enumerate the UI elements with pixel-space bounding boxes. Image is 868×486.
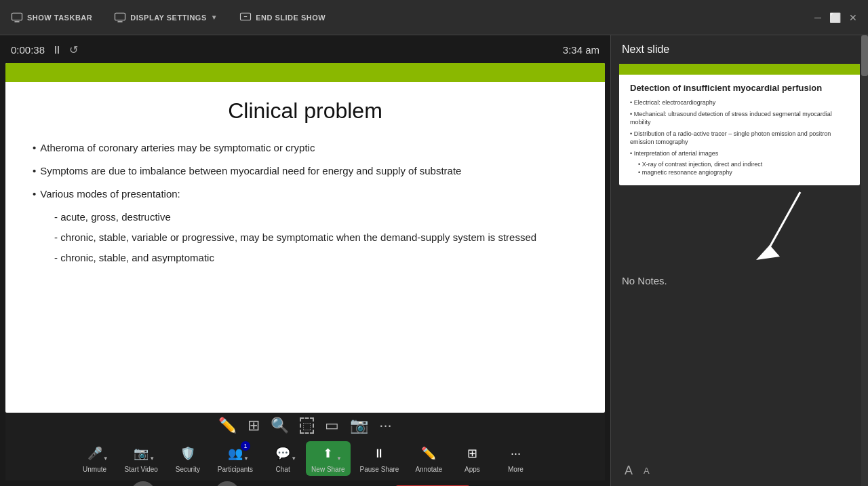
zoom-toolbar: ✏️ ⊞ 🔍 ⬚ ▭ 📷 ···	[205, 413, 405, 438]
top-toolbar: SHOW TASKBAR DISPLAY SETTINGS ▼ END SLID…	[0, 0, 868, 35]
preview-bullet-1: • Electrical: electrocardiography	[630, 98, 849, 107]
bottom-controls: ✏️ ⊞ 🔍 ⬚ ▭ 📷 ··· 🎤 ▼ Unmute	[5, 413, 605, 481]
screen-sharing-bar: ⬤ You are screen sharing 🎙️ ⬛ Stop Share	[256, 481, 479, 486]
decrease-text-button[interactable]: A	[641, 463, 652, 479]
pencil-icon[interactable]: ✏️	[218, 417, 237, 434]
timer-controls: 0:00:38 ⏸ ↺	[11, 43, 78, 56]
unmute-chevron: ▼	[103, 455, 108, 462]
notes-text: No Notes.	[622, 275, 667, 286]
security-label: Security	[176, 466, 200, 473]
scrollbar-thumb[interactable]	[861, 35, 868, 76]
close-button[interactable]: ✕	[849, 12, 857, 23]
increase-text-button[interactable]: A	[622, 461, 635, 481]
meeting-toolbar: 🎤 ▼ Unmute 📷 ▼ Start Video 🛡️ Security	[75, 438, 536, 479]
preview-bullet-4: • Interpretation of arterial images	[630, 149, 849, 158]
end-slide-show-button[interactable]: END SLIDE SHOW	[239, 12, 326, 24]
pause-share-button[interactable]: ⏸ Pause Share	[353, 441, 406, 476]
svg-rect-1	[14, 21, 20, 22]
participants-chevron: ▼	[243, 455, 249, 462]
slide-sub-2: - chronic, stable, variable or progressi…	[54, 229, 578, 246]
restart-timer-icon[interactable]: ↺	[69, 43, 78, 56]
preview-bullet-2: • Mechanical: ultrasound detection of st…	[630, 110, 849, 127]
svg-marker-7	[756, 245, 780, 260]
apps-label: Apps	[465, 466, 480, 473]
security-icon: 🛡️	[178, 444, 197, 463]
next-slide-button[interactable]: ▶	[215, 481, 239, 486]
chat-icon: 💬 ▼	[273, 444, 292, 463]
slide-sub-3: - chronic, stable, and asymptomatic	[54, 250, 578, 266]
new-share-icon: ⬆ ▼	[319, 444, 338, 463]
camera-icon[interactable]: 📷	[350, 417, 368, 434]
slide-bullet-2: • Symptoms are due to imbalance between …	[33, 163, 578, 179]
notes-section: No Notes.	[611, 267, 868, 455]
participants-icon: 👥 1 ▼	[226, 444, 245, 463]
apps-icon: ⊞	[462, 444, 481, 463]
unmute-button[interactable]: 🎤 ▼ Unmute	[75, 441, 115, 476]
new-share-label: New Share	[311, 466, 344, 473]
minimize-button[interactable]: ─	[814, 12, 821, 23]
svg-rect-3	[117, 21, 123, 22]
pause-share-label: Pause Share	[360, 466, 399, 473]
start-video-icon: 📷 ▼	[132, 444, 151, 463]
video-chevron: ▼	[149, 455, 155, 462]
slide-bullet-3: • Various modes of presentation:	[33, 186, 578, 202]
chat-chevron: ▼	[291, 455, 296, 462]
copy-slides-icon[interactable]: ⊞	[248, 417, 260, 434]
search-icon[interactable]: 🔍	[271, 417, 289, 434]
slide-body: • Atheroma of coronary arteries may be s…	[33, 140, 578, 266]
new-share-button[interactable]: ⬆ ▼ New Share	[306, 441, 350, 476]
right-panel-inner: Next slide Detection of insufficient myo…	[611, 35, 868, 486]
rectangle-icon[interactable]: ▭	[325, 417, 339, 434]
participants-count: 1	[241, 441, 250, 451]
chat-button[interactable]: 💬 ▼ Chat	[262, 441, 303, 476]
preview-title: Detection of insufficient myocardial per…	[630, 83, 849, 93]
scrollbar-track[interactable]	[861, 35, 868, 486]
dots-icon[interactable]: ···	[379, 417, 391, 434]
display-settings-button[interactable]: DISPLAY SETTINGS ▼	[114, 12, 218, 24]
prev-slide-button[interactable]: ◀	[131, 481, 155, 486]
participants-label: Participants	[218, 466, 253, 473]
slide-sub-1: - acute, gross, destructive	[54, 209, 578, 225]
arrow-annotation	[746, 185, 827, 267]
more-label: More	[508, 466, 524, 473]
participants-button[interactable]: 👥 1 ▼ Participants	[211, 441, 260, 476]
svg-rect-0	[12, 13, 22, 20]
slide-nav: ◀ Slide 3 of 19 ▶	[131, 481, 239, 486]
chat-label: Chat	[276, 466, 290, 473]
arrow-container	[611, 185, 868, 267]
show-taskbar-button[interactable]: SHOW TASKBAR	[11, 12, 92, 24]
next-slide-header: Next slide	[611, 35, 868, 64]
slide-container: Clinical problem • Atheroma of coronary …	[5, 63, 605, 413]
window-controls: ─ ⬜ ✕	[814, 12, 857, 23]
security-button[interactable]: 🛡️ Security	[167, 441, 208, 476]
slide-bullet-1: • Atheroma of coronary arteries may be s…	[33, 140, 578, 156]
next-slide-preview: Detection of insufficient myocardial per…	[619, 64, 860, 185]
annotate-button[interactable]: ✏️ Annotate	[408, 441, 449, 476]
svg-rect-2	[115, 13, 125, 20]
bottom-right-controls: A A	[611, 455, 868, 486]
preview-content: Detection of insufficient myocardial per…	[619, 75, 860, 185]
new-share-chevron: ▼	[336, 455, 342, 462]
annotate-icon: ✏️	[419, 444, 438, 463]
preview-sub-2: • magnetic resonance angiography	[638, 169, 849, 176]
timer-bar: 0:00:38 ⏸ ↺ 3:34 am	[5, 41, 605, 59]
more-button[interactable]: ··· More	[495, 441, 536, 476]
elapsed-time: 0:00:38	[11, 44, 45, 56]
current-time: 3:34 am	[563, 44, 599, 56]
slide-green-bar	[5, 63, 605, 82]
unmute-label: Unmute	[83, 466, 106, 473]
annotate-label: Annotate	[415, 466, 442, 473]
maximize-button[interactable]: ⬜	[829, 12, 841, 23]
more-icon: ···	[506, 444, 525, 463]
selection-icon[interactable]: ⬚	[300, 417, 314, 434]
main-content: 0:00:38 ⏸ ↺ 3:34 am Clinical problem • A…	[0, 35, 868, 486]
start-video-button[interactable]: 📷 ▼ Start Video	[118, 441, 165, 476]
slide-title: Clinical problem	[33, 98, 578, 124]
apps-button[interactable]: ⊞ Apps	[452, 441, 492, 476]
pause-timer-icon[interactable]: ⏸	[52, 44, 62, 56]
preview-sub-1: • X-ray of contrast injection, direct an…	[638, 161, 849, 168]
right-panel: Next slide Detection of insufficient myo…	[610, 35, 868, 486]
slide-content: Clinical problem • Atheroma of coronary …	[5, 82, 605, 413]
bottom-nav-row: ◀ Slide 3 of 19 ▶ ⬤ You are screen shari…	[5, 479, 605, 486]
slide-area: 0:00:38 ⏸ ↺ 3:34 am Clinical problem • A…	[0, 35, 610, 486]
